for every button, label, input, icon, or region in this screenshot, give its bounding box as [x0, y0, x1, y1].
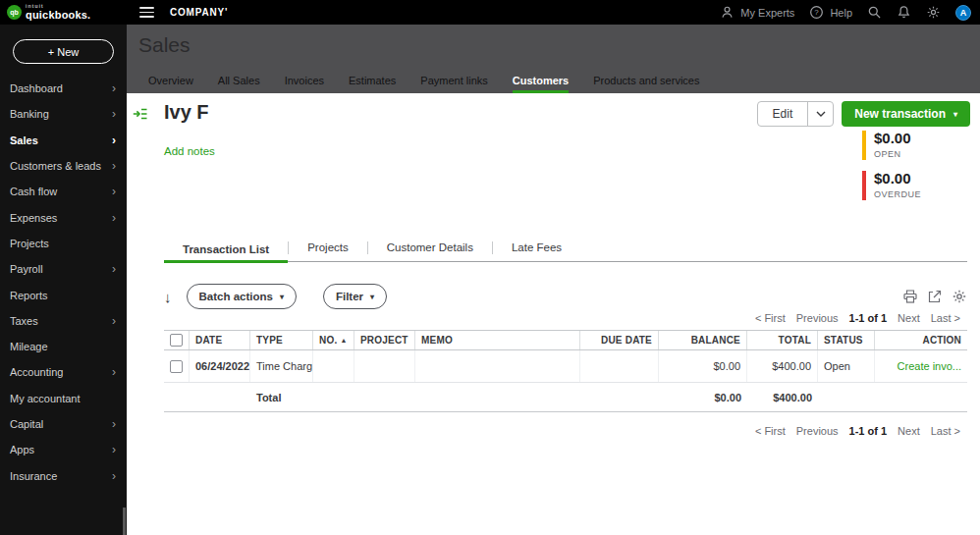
settings-gear-icon[interactable] — [926, 5, 941, 20]
notifications-bell-icon[interactable] — [897, 5, 911, 20]
tab-projects[interactable]: Projects — [289, 241, 367, 261]
tab-customer-details[interactable]: Customer Details — [368, 241, 492, 261]
edit-button-label[interactable]: Edit — [758, 102, 808, 126]
cell-date: 06/24/2022 — [190, 350, 250, 382]
sales-tabs: Overview All Sales Invoices Estimates Pa… — [148, 75, 699, 93]
download-arrow-icon[interactable]: ↓ — [164, 289, 172, 305]
edit-dropdown-toggle[interactable] — [807, 102, 833, 126]
col-total[interactable]: TOTAL — [747, 331, 818, 349]
filter-button[interactable]: Filter ▾ — [323, 284, 387, 309]
sidebar-item-label: Accounting — [10, 366, 63, 378]
tab-estimates[interactable]: Estimates — [349, 75, 396, 93]
sidebar-item-dashboard[interactable]: Dashboard› — [0, 76, 127, 101]
transaction-toolbar: ↓ Batch actions ▾ Filter ▾ — [164, 283, 967, 310]
person-icon — [720, 5, 735, 20]
sidebar-item-label: Mileage — [10, 341, 48, 352]
total-balance: $0.00 — [659, 392, 747, 403]
tab-products-and-services[interactable]: Products and services — [593, 75, 699, 93]
open-amount: $0.00 — [874, 131, 911, 147]
sidebar-item-insurance[interactable]: Insurance› — [0, 462, 127, 488]
col-no[interactable]: NO.▲ — [313, 331, 354, 349]
tab-invoices[interactable]: Invoices — [285, 75, 324, 93]
cell-no — [313, 350, 354, 382]
chevron-right-icon: › — [112, 263, 116, 275]
sidebar-item-sales[interactable]: Sales› — [0, 128, 127, 153]
tab-payment-links[interactable]: Payment links — [420, 75, 487, 93]
sidebar-item-reports[interactable]: Reports — [0, 282, 127, 307]
pagination-last[interactable]: Last > — [931, 425, 960, 437]
sidebar-item-payroll[interactable]: Payroll› — [0, 256, 127, 282]
pagination-previous[interactable]: Previous — [796, 425, 839, 437]
pagination-next[interactable]: Next — [898, 312, 920, 324]
sidebar-item-label: Capital — [10, 418, 43, 430]
sidebar-item-my-accountant[interactable]: My accountant — [0, 386, 127, 411]
sidebar-item-mileage[interactable]: Mileage — [0, 334, 127, 359]
edit-button[interactable]: Edit — [757, 101, 835, 127]
col-balance[interactable]: BALANCE — [659, 331, 747, 349]
sidebar-item-customers-leads[interactable]: Customers & leads› — [0, 153, 127, 179]
pagination-next[interactable]: Next — [898, 425, 920, 437]
col-status[interactable]: STATUS — [818, 331, 875, 349]
sidebar-item-banking[interactable]: Banking› — [0, 101, 127, 127]
row-checkbox[interactable] — [170, 360, 183, 373]
col-action[interactable]: ACTION — [875, 331, 967, 349]
row-select-cell — [164, 350, 190, 382]
hamburger-menu-icon[interactable] — [139, 7, 154, 18]
new-transaction-button[interactable]: New transaction ▾ — [842, 101, 970, 127]
sidebar-item-label: Sales — [10, 134, 38, 146]
select-all-checkbox[interactable] — [170, 334, 183, 347]
tab-overview[interactable]: Overview — [148, 75, 193, 93]
transaction-table: DATE TYPE NO.▲ PROJECT MEMO DUE DATE BAL… — [164, 330, 967, 412]
my-experts-button[interactable]: My Experts — [720, 5, 794, 20]
sidebar-item-capital[interactable]: Capital› — [0, 411, 127, 437]
sidebar-item-apps[interactable]: Apps› — [0, 437, 127, 462]
overdue-indicator-bar — [862, 171, 866, 200]
new-button[interactable]: + New — [13, 39, 114, 64]
table-row[interactable]: 06/24/2022 Time Charge $0.00 $400.00 Ope… — [164, 350, 967, 383]
quickbooks-label: quickbooks. — [26, 10, 90, 21]
sidebar-item-label: Taxes — [10, 315, 38, 327]
tab-customers[interactable]: Customers — [513, 75, 569, 93]
tab-all-sales[interactable]: All Sales — [218, 75, 260, 93]
avatar[interactable]: A — [955, 5, 971, 21]
sidebar-item-taxes[interactable]: Taxes› — [0, 308, 127, 334]
pagination-bottom: < First Previous 1-1 of 1 Next Last > — [755, 425, 960, 437]
pagination-previous[interactable]: Previous — [796, 312, 839, 324]
chevron-right-icon: › — [112, 470, 116, 482]
create-invoice-link[interactable]: Create invo... — [875, 350, 967, 382]
help-button[interactable]: ? Help — [809, 5, 852, 20]
company-label[interactable]: COMPANY' — [170, 7, 228, 18]
sidebar-scrollbar-thumb[interactable] — [123, 508, 126, 535]
col-project[interactable]: PROJECT — [354, 331, 415, 349]
sidebar-item-expenses[interactable]: Expenses› — [0, 204, 127, 230]
customer-detail-tabs: Transaction List Projects Customer Detai… — [164, 237, 967, 262]
export-icon[interactable] — [927, 289, 943, 304]
chevron-right-icon: › — [112, 160, 116, 172]
col-type[interactable]: TYPE — [250, 331, 313, 349]
pagination-last[interactable]: Last > — [931, 312, 960, 324]
col-date[interactable]: DATE — [190, 331, 250, 349]
col-due-date[interactable]: DUE DATE — [580, 331, 659, 349]
my-experts-label: My Experts — [740, 7, 794, 19]
open-balance-summary: $0.00 OPEN — [862, 131, 921, 160]
sidebar-item-projects[interactable]: Projects — [0, 231, 127, 256]
pagination-first[interactable]: < First — [755, 425, 786, 437]
caret-down-icon: ▾ — [280, 293, 284, 301]
add-notes-link[interactable]: Add notes — [164, 145, 215, 157]
table-settings-gear-icon[interactable] — [952, 289, 967, 304]
toggle-customer-list-icon[interactable] — [133, 106, 148, 122]
batch-actions-button[interactable]: Batch actions ▾ — [187, 284, 297, 309]
search-icon[interactable] — [867, 5, 882, 20]
col-memo[interactable]: MEMO — [415, 331, 580, 349]
tab-transaction-list[interactable]: Transaction List — [164, 243, 288, 263]
pagination-first[interactable]: < First — [755, 312, 786, 324]
sidebar-item-label: Insurance — [10, 470, 57, 482]
customer-detail-panel: Ivy F Edit New transaction ▾ Add notes — [127, 93, 980, 535]
quickbooks-logo[interactable]: qb intuit quickbooks. — [7, 4, 90, 21]
print-icon[interactable] — [902, 289, 918, 304]
svg-text:?: ? — [815, 8, 820, 17]
tab-late-fees[interactable]: Late Fees — [493, 241, 580, 261]
sidebar-item-accounting[interactable]: Accounting› — [0, 359, 127, 385]
open-label: OPEN — [874, 149, 911, 159]
sidebar-item-cash-flow[interactable]: Cash flow› — [0, 179, 127, 204]
